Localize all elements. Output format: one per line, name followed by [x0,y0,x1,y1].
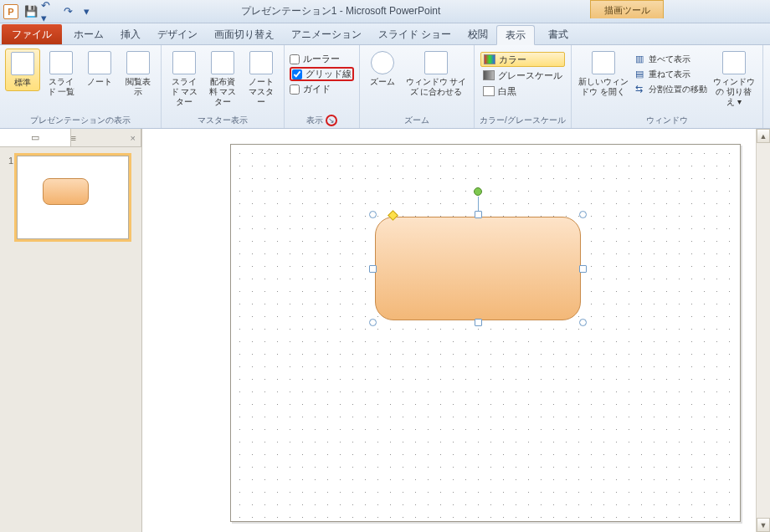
contextual-tab-drawing-tools: 描画ツール [590,0,664,18]
normal-view-icon [11,52,34,75]
tab-transitions[interactable]: 画面切り替え [206,24,283,44]
resize-handle-br[interactable] [579,319,587,326]
outline-tab-icon: ≡ [71,133,76,143]
window-title: プレゼンテーション1 - Microsoft PowerPoint [95,4,586,18]
group-color-grayscale: カラー グレースケール 白黒 カラー/グレースケール [475,45,572,128]
arrange-all-button[interactable]: ▥並べて表示 [634,52,707,66]
cascade-icon: ▤ [634,69,645,79]
guides-checkbox[interactable]: ガイド [290,82,354,96]
view-reading-button[interactable]: 閲覧表示 [121,49,156,100]
app-icon[interactable]: P [3,4,18,19]
selected-shape[interactable] [369,211,587,326]
fit-to-window-button[interactable]: ウィンドウ サイズ に合わせる [403,49,469,100]
qat-undo-icon[interactable]: ↶ ▾ [41,3,58,20]
rotation-handle[interactable] [474,187,482,196]
group-label: 表示 [306,115,323,126]
slide-number: 1 [8,156,13,239]
tab-home[interactable]: ホーム [65,24,112,44]
resize-handle-bl[interactable] [369,319,377,326]
switch-windows-icon [722,51,746,74]
vertical-scrollbar[interactable]: ▲ ▼ [756,129,770,532]
ribbon-tabstrip: ファイル ホーム 挿入 デザイン 画面切り替え アニメーション スライド ショー… [0,23,770,45]
qat-save-icon[interactable]: 💾 [23,3,39,20]
thumbnails-tab-outline[interactable]: ≡× [71,129,142,146]
group-window: 新しいウィンドウ を開く ▥並べて表示 ▤重ねて表示 ⇆分割位置の移動 ウィンド… [572,45,763,128]
slides-tab-icon: ▭ [31,132,39,143]
qat-customize-icon[interactable]: ▾ [78,3,95,20]
group-show: ルーラー グリッド線 ガイド 表示↘ [285,45,360,128]
zoom-icon [371,51,394,74]
slide-sorter-icon [49,51,73,74]
handout-master-button[interactable]: 配布資料 マスター [205,49,240,110]
cascade-button[interactable]: ▤重ねて表示 [634,67,707,81]
resize-handle-mr[interactable] [579,265,587,273]
gridlines-checkbox[interactable]: グリッド線 [290,67,354,81]
ruler-checkbox[interactable]: ルーラー [290,52,354,66]
tab-review[interactable]: 校閲 [459,24,496,44]
new-window-button[interactable]: 新しいウィンドウ を開く [577,49,630,100]
slide-thumbnail[interactable]: 1 [8,156,133,239]
new-window-icon [592,51,615,74]
group-zoom: ズーム ウィンドウ サイズ に合わせる ズーム [360,45,475,128]
resize-handle-tr[interactable] [579,211,587,218]
tab-file[interactable]: ファイル [2,24,62,44]
zoom-button[interactable]: ズーム [365,49,400,90]
resize-handle-bm[interactable] [475,319,482,326]
split-icon: ⇆ [634,84,645,95]
group-master-views: スライド マスター 配布資料 マスター ノート マスター マスター表示 [162,45,285,128]
notes-master-button[interactable]: ノート マスター [244,49,279,110]
tab-slideshow[interactable]: スライド ショー [370,24,459,44]
tab-animations[interactable]: アニメーション [283,24,370,44]
slide-master-icon [172,51,196,74]
notes-master-icon [249,51,273,74]
group-label: プレゼンテーションの表示 [30,113,131,126]
slide-editor[interactable]: ▲ ▼ [142,129,770,532]
slide-master-button[interactable]: スライド マスター [167,49,202,110]
switch-windows-button[interactable]: ウィンドウの 切り替え ▾ [711,49,757,110]
group-label: ウィンドウ [646,113,688,126]
fit-window-icon [424,51,448,74]
tab-format[interactable]: 書式 [540,24,577,44]
group-label: マスター表示 [198,113,248,126]
resize-handle-ml[interactable] [369,265,377,273]
notes-page-icon [88,51,111,74]
view-notes-button[interactable]: ノート [82,49,117,90]
arrange-icon: ▥ [634,54,645,64]
resize-handle-tl[interactable] [369,211,377,218]
slide-thumbnail-pane: ▭ ≡× 1 [0,129,142,532]
close-pane-icon[interactable]: × [126,133,141,143]
tab-insert[interactable]: 挿入 [112,24,149,44]
qat-redo-icon[interactable]: ↷ [59,3,76,20]
grayscale-mode-button[interactable]: グレースケール [480,68,565,83]
resize-handle-tm[interactable] [475,211,482,218]
view-normal-button[interactable]: 標準 [5,49,40,91]
rounded-rectangle-shape[interactable] [375,217,581,320]
handout-master-icon [211,51,234,74]
group-presentation-views: 標準 スライド 一覧 ノート 閲覧表示 プレゼンテーションの表示 [0,45,162,128]
thumbnails-tab-slides[interactable]: ▭ [0,129,71,146]
tab-design[interactable]: デザイン [149,24,206,44]
color-mode-button[interactable]: カラー [480,52,565,67]
group-label: ズーム [404,113,429,126]
ribbon: 標準 スライド 一覧 ノート 閲覧表示 プレゼンテーションの表示 スライド マス… [0,45,770,129]
tab-view[interactable]: 表示 [496,25,535,45]
view-slide-sorter-button[interactable]: スライド 一覧 [44,49,79,100]
reading-view-icon [126,51,150,74]
move-split-button[interactable]: ⇆分割位置の移動 [634,82,707,96]
show-dialog-launcher[interactable]: ↘ [326,115,337,126]
scroll-down-button[interactable]: ▼ [757,518,770,532]
group-label: カラー/グレースケール [480,113,566,126]
slide-canvas[interactable] [230,144,741,522]
scroll-up-button[interactable]: ▲ [757,129,770,143]
bw-mode-button[interactable]: 白黒 [480,84,565,99]
workspace: ▭ ≡× 1 ▲ ▼ [0,129,770,532]
